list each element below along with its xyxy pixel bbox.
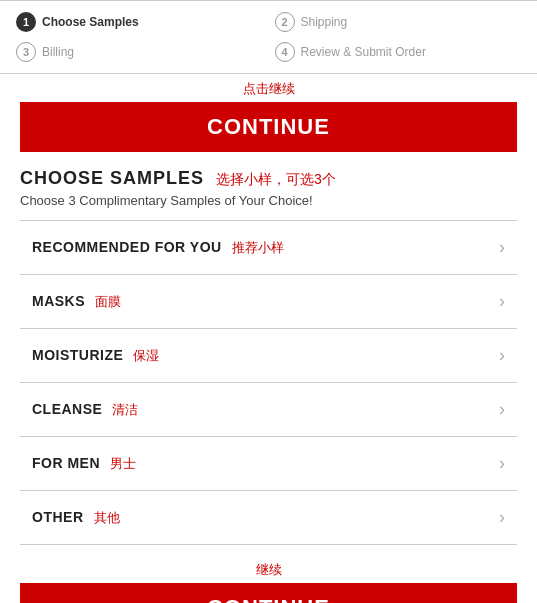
choose-samples-section: CHOOSE SAMPLES 选择小样，可选3个 Choose 3 Compli… [0, 152, 537, 555]
category-masks-name: MASKS [32, 293, 85, 309]
step-3-circle: 3 [16, 42, 36, 62]
category-formen-left: FOR MEN 男士 [32, 455, 136, 473]
category-other-name-cn: 其他 [94, 509, 120, 527]
step-2-circle: 2 [275, 12, 295, 32]
step-1-label: Choose Samples [42, 15, 139, 29]
bottom-continue-hint: 继续 [0, 555, 537, 583]
progress-steps: 1 Choose Samples 2 Shipping 3 Billing 4 … [0, 0, 537, 74]
category-list: RECOMMENDED FOR YOU 推荐小样 › MASKS 面膜 › MO… [20, 220, 517, 545]
chevron-right-icon: › [499, 399, 505, 420]
category-other[interactable]: OTHER 其他 › [20, 491, 517, 545]
category-other-name: OTHER [32, 509, 84, 525]
chevron-right-icon: › [499, 453, 505, 474]
category-formen-name-cn: 男士 [110, 455, 136, 473]
step-4-circle: 4 [275, 42, 295, 62]
category-cleanse-left: CLEANSE 清洁 [32, 401, 138, 419]
section-title: CHOOSE SAMPLES [20, 168, 204, 189]
step-4: 4 Review & Submit Order [269, 39, 528, 65]
continue-button-top[interactable]: CONTINUE [20, 102, 517, 152]
top-continue-hint: 点击继续 [0, 74, 537, 102]
category-moisturize-name: MOISTURIZE [32, 347, 123, 363]
step-2-label: Shipping [301, 15, 348, 29]
step-4-label: Review & Submit Order [301, 45, 426, 59]
section-header: CHOOSE SAMPLES 选择小样，可选3个 [20, 168, 517, 189]
category-formen[interactable]: FOR MEN 男士 › [20, 437, 517, 491]
category-recommended-name-cn: 推荐小样 [232, 239, 284, 257]
section-title-cn: 选择小样，可选3个 [216, 171, 336, 189]
category-moisturize-left: MOISTURIZE 保湿 [32, 347, 159, 365]
continue-button-bottom[interactable]: CONTINUE [20, 583, 517, 603]
step-1: 1 Choose Samples [10, 9, 269, 35]
category-recommended[interactable]: RECOMMENDED FOR YOU 推荐小样 › [20, 221, 517, 275]
chevron-right-icon: › [499, 345, 505, 366]
section-description: Choose 3 Complimentary Samples of Your C… [20, 193, 517, 208]
step-2: 2 Shipping [269, 9, 528, 35]
category-recommended-left: RECOMMENDED FOR YOU 推荐小样 [32, 239, 284, 257]
category-cleanse-name: CLEANSE [32, 401, 102, 417]
step-1-circle: 1 [16, 12, 36, 32]
chevron-right-icon: › [499, 237, 505, 258]
chevron-right-icon: › [499, 291, 505, 312]
chevron-right-icon: › [499, 507, 505, 528]
category-masks[interactable]: MASKS 面膜 › [20, 275, 517, 329]
category-masks-left: MASKS 面膜 [32, 293, 121, 311]
category-formen-name: FOR MEN [32, 455, 100, 471]
category-moisturize-name-cn: 保湿 [133, 347, 159, 365]
category-moisturize[interactable]: MOISTURIZE 保湿 › [20, 329, 517, 383]
category-cleanse[interactable]: CLEANSE 清洁 › [20, 383, 517, 437]
category-masks-name-cn: 面膜 [95, 293, 121, 311]
category-recommended-name: RECOMMENDED FOR YOU [32, 239, 222, 255]
category-cleanse-name-cn: 清洁 [112, 401, 138, 419]
step-3: 3 Billing [10, 39, 269, 65]
step-3-label: Billing [42, 45, 74, 59]
category-other-left: OTHER 其他 [32, 509, 120, 527]
